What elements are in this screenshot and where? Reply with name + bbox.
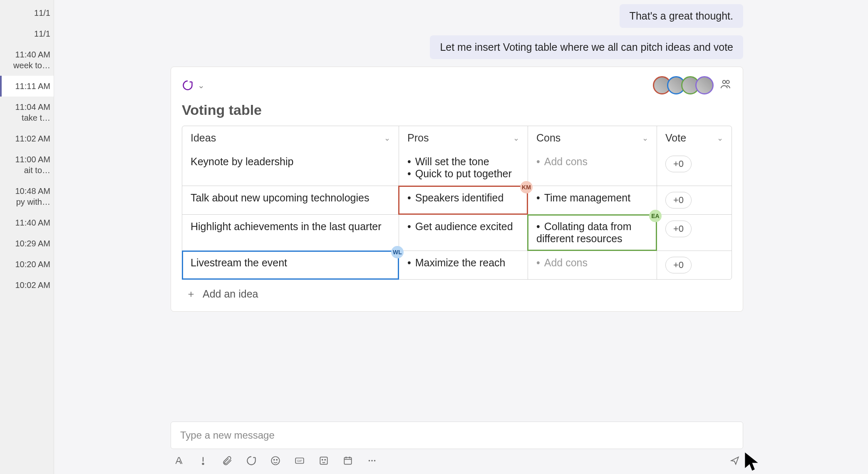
chat-list-time: 11:04 AM	[15, 102, 50, 112]
chat-list-item[interactable]: 11:11 AM	[0, 76, 54, 97]
cons-cell[interactable]: Collating data from different resourcesE…	[528, 215, 657, 251]
col-header-ideas[interactable]: Ideas ⌄	[182, 126, 399, 150]
schedule-icon[interactable]	[342, 455, 354, 467]
chat-list-time: 10:20 AM	[15, 260, 50, 269]
chat-list-item[interactable]: 11:04 AM take t…	[0, 97, 54, 128]
table-row: Talk about new upcoming technologiesSpea…	[182, 186, 732, 214]
vote-button[interactable]: +0	[665, 156, 692, 172]
chat-list-item[interactable]: 10:02 AM	[0, 275, 54, 295]
more-icon[interactable]	[366, 455, 378, 467]
loop-component-menu[interactable]: ⌄	[182, 79, 205, 91]
share-people-icon[interactable]	[719, 78, 732, 93]
message-row: Let me insert Voting table where we all …	[171, 35, 743, 59]
message-row: That's a great thought.	[171, 4, 743, 28]
pros-cell[interactable]: Speakers identifiedKM	[399, 186, 528, 214]
chevron-down-icon: ⌄	[384, 134, 390, 143]
svg-point-4	[274, 459, 275, 460]
message-list: That's a great thought. Let me insert Vo…	[171, 0, 743, 405]
card-title: Voting table	[182, 102, 732, 118]
gif-icon[interactable]: GIF	[294, 455, 305, 467]
idea-cell[interactable]: Keynote by leadership	[182, 150, 399, 186]
sticker-icon[interactable]	[318, 455, 330, 467]
add-idea-button[interactable]: ＋ Add an idea	[182, 280, 732, 301]
message-bubble: Let me insert Voting table where we all …	[430, 35, 743, 59]
chevron-down-icon: ⌄	[717, 134, 723, 143]
voting-table: Ideas ⌄ Pros ⌄ Cons ⌄ Vote ⌄	[182, 126, 732, 280]
chat-list-item[interactable]: 11:40 AM	[0, 212, 54, 233]
loop-icon	[182, 79, 193, 91]
chevron-down-icon: ⌄	[198, 80, 205, 90]
emoji-icon[interactable]	[270, 455, 281, 467]
chat-list-item[interactable]: 11/1	[0, 2, 54, 23]
chat-list-preview: week to…	[2, 60, 50, 71]
cons-cell[interactable]: Add cons	[528, 251, 657, 279]
chat-list-time: 11:00 AM	[15, 155, 50, 164]
chat-list-preview: py with…	[2, 196, 50, 207]
table-row: Highlight achievements in the last quart…	[182, 214, 732, 251]
svg-point-0	[723, 80, 726, 84]
chat-list-time: 11:02 AM	[15, 134, 50, 143]
pros-cell[interactable]: Get audience excited	[399, 215, 528, 251]
mouse-cursor	[743, 451, 760, 472]
priority-icon[interactable]	[197, 455, 209, 467]
svg-point-1	[726, 80, 729, 84]
chat-list-time: 10:29 AM	[15, 239, 50, 248]
svg-text:GIF: GIF	[297, 459, 303, 463]
chat-list-item[interactable]: 11/1	[0, 23, 54, 44]
svg-point-10	[325, 459, 325, 460]
send-icon[interactable]	[729, 455, 741, 467]
attach-icon[interactable]	[221, 455, 233, 467]
idea-cell[interactable]: Talk about new upcoming technologies	[182, 186, 399, 214]
compose-toolbar: GIF	[171, 449, 743, 467]
chat-list-preview: ait to…	[2, 165, 50, 176]
loop-icon[interactable]	[246, 455, 257, 467]
col-header-cons[interactable]: Cons ⌄	[528, 126, 657, 150]
presence-avatar[interactable]	[695, 76, 714, 94]
card-header: ⌄	[182, 76, 732, 94]
col-header-vote[interactable]: Vote ⌄	[657, 126, 732, 150]
svg-point-14	[374, 460, 375, 461]
chat-list-item[interactable]: 11:00 AMait to…	[0, 149, 54, 181]
pros-cell[interactable]: Will set the toneQuick to put together	[399, 150, 528, 186]
message-bubble: That's a great thought.	[620, 4, 743, 28]
vote-button[interactable]: +0	[665, 221, 692, 237]
table-row: Livestream the eventWLMaximize the reach…	[182, 251, 732, 279]
svg-point-9	[322, 459, 323, 460]
chat-list-item[interactable]: 11:40 AM week to…	[0, 44, 54, 76]
presence-badge: EA	[649, 210, 662, 222]
plus-icon: ＋	[186, 287, 196, 300]
chat-list-time: 10:02 AM	[15, 280, 50, 290]
chevron-down-icon: ⌄	[513, 134, 519, 143]
chat-list-item[interactable]: 10:48 AMpy with…	[0, 181, 54, 212]
vote-cell: +0	[657, 215, 732, 251]
chat-list-item[interactable]: 10:29 AM	[0, 233, 54, 254]
idea-cell[interactable]: Highlight achievements in the last quart…	[182, 215, 399, 251]
vote-button[interactable]: +0	[665, 192, 692, 208]
pros-cell[interactable]: Maximize the reach	[399, 251, 528, 279]
cons-cell[interactable]: Add cons	[528, 150, 657, 186]
vote-cell: +0	[657, 186, 732, 214]
chat-list-item[interactable]: 11:02 AM	[0, 128, 54, 149]
idea-cell[interactable]: Livestream the eventWL	[182, 251, 399, 279]
cons-cell[interactable]: Time management	[528, 186, 657, 214]
format-icon[interactable]	[173, 455, 185, 467]
chat-list-time: 11:40 AM	[15, 50, 50, 59]
presence-badge: WL	[391, 246, 404, 258]
chat-list-sidebar: 11/111/111:40 AM week to…11:11 AM11:04 A…	[0, 0, 54, 474]
table-header-row: Ideas ⌄ Pros ⌄ Cons ⌄ Vote ⌄	[182, 126, 732, 150]
chat-list-time: 11:11 AM	[15, 82, 50, 91]
svg-point-3	[271, 457, 280, 465]
presence-avatars	[657, 76, 732, 94]
presence-badge: KM	[520, 181, 533, 194]
vote-button[interactable]: +0	[665, 257, 692, 273]
chat-list-item[interactable]: 10:20 AM	[0, 254, 54, 275]
svg-rect-8	[320, 457, 327, 464]
message-input[interactable]: Type a new message	[171, 422, 743, 449]
col-header-pros[interactable]: Pros ⌄	[399, 126, 528, 150]
svg-point-12	[369, 460, 370, 461]
table-row: Keynote by leadershipWill set the toneQu…	[182, 150, 732, 186]
chat-list-time: 11:40 AM	[15, 218, 50, 227]
chat-list-time: 10:48 AM	[15, 186, 50, 196]
loop-voting-card: ⌄ Voting table Ideas	[171, 67, 743, 312]
svg-point-2	[202, 463, 203, 464]
